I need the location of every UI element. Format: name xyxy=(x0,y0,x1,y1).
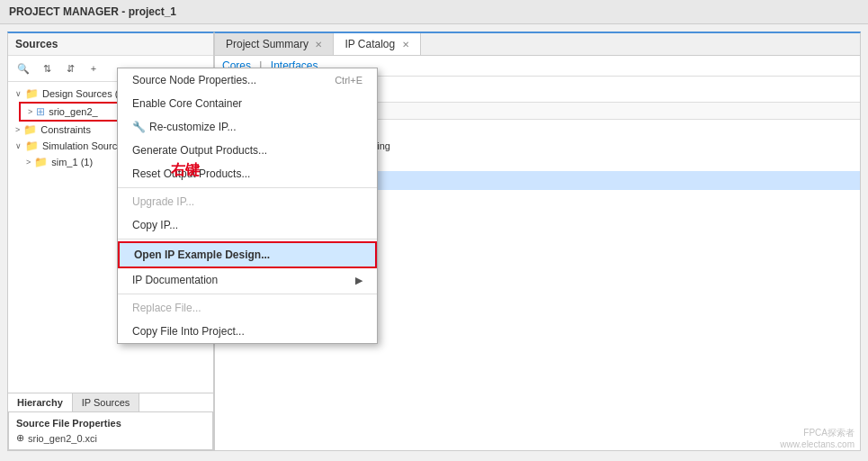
project-title: PROJECT MANAGER - project_1 xyxy=(9,5,176,18)
menu-ip-documentation[interactable]: IP Documentation ▶ xyxy=(118,268,377,292)
tab-label: IP Catalog xyxy=(345,38,395,50)
tree-label: Design Sources ( xyxy=(42,88,118,99)
sort-button-1[interactable]: ⇅ xyxy=(37,59,57,78)
source-file-properties: Source File Properties ⊕ srio_gen2_0.xci xyxy=(8,411,213,450)
menu-label: Enable Core Container xyxy=(132,97,242,110)
tab-hierarchy[interactable]: Hierarchy xyxy=(8,393,73,411)
folder-icon: 📁 xyxy=(25,87,39,100)
watermark-line2: www.electans.com xyxy=(780,439,855,449)
menu-label: Generate Output Products... xyxy=(132,144,267,157)
tab-ip-catalog[interactable]: IP Catalog ✕ xyxy=(334,33,420,55)
menu-label: Copy IP... xyxy=(132,219,178,231)
menu-upgrade-ip: Upgrade IP... xyxy=(118,190,377,213)
tab-ip-sources[interactable]: IP Sources xyxy=(73,393,140,411)
watermark-line1: FPCA探索者 xyxy=(780,427,855,439)
menu-label: Re-customize IP... xyxy=(149,121,236,133)
file-icon: ⊕ xyxy=(16,432,24,444)
menu-label: Open IP Example Design... xyxy=(134,249,270,261)
source-file-item: ⊕ srio_gen2_0.xci xyxy=(16,432,205,444)
arrow-icon: > xyxy=(15,125,20,134)
sort-button-2[interactable]: ⇵ xyxy=(60,59,80,78)
right-tabs: Project Summary ✕ IP Catalog ✕ xyxy=(215,33,860,56)
folder-icon: 📁 xyxy=(34,156,48,168)
file-name: srio_gen2_0.xci xyxy=(28,433,97,444)
context-menu: Source Node Properties... Ctrl+E Enable … xyxy=(117,68,378,344)
menu-reset-output[interactable]: Reset Output Products... xyxy=(118,162,377,185)
arrow-icon: ∨ xyxy=(15,89,22,98)
folder-icon: 📁 xyxy=(23,123,37,136)
menu-label: Replace File... xyxy=(132,302,201,314)
close-icon[interactable]: ✕ xyxy=(402,40,409,50)
sources-panel-title: Sources xyxy=(8,33,213,56)
wrench-icon: 🔧 xyxy=(132,121,146,133)
right-key-label: 右键 xyxy=(171,161,200,180)
watermark: FPCA探索者 www.electans.com xyxy=(780,427,855,449)
arrow-icon: > xyxy=(28,107,32,116)
menu-separator-3 xyxy=(118,294,377,294)
menu-copy-file-into-project[interactable]: Copy File Into Project... xyxy=(118,320,377,343)
menu-label: IP Documentation xyxy=(132,274,218,286)
menu-label: Source Node Properties... xyxy=(132,74,256,86)
menu-separator-1 xyxy=(118,187,377,188)
menu-recustomize-ip[interactable]: 🔧 Re-customize IP... xyxy=(118,115,377,139)
close-icon[interactable]: ✕ xyxy=(315,40,322,50)
menu-label: Upgrade IP... xyxy=(132,195,194,208)
arrow-icon: > xyxy=(26,158,31,167)
tab-project-summary[interactable]: Project Summary ✕ xyxy=(215,33,334,55)
chip-icon: ⊞ xyxy=(36,105,45,118)
tree-label: Simulation Source xyxy=(42,140,122,151)
tab-label: Project Summary xyxy=(226,38,309,50)
folder-icon: 📁 xyxy=(25,140,39,152)
arrow-icon: ∨ xyxy=(15,141,22,150)
tree-label: srio_gen2_ xyxy=(49,106,97,117)
search-button[interactable]: 🔍 xyxy=(13,59,33,78)
submenu-arrow-icon: ▶ xyxy=(355,275,362,286)
shortcut-label: Ctrl+E xyxy=(335,75,362,86)
menu-replace-file: Replace File... xyxy=(118,296,377,320)
bottom-tabs: Hierarchy IP Sources xyxy=(8,393,213,411)
source-props-title: Source File Properties xyxy=(16,418,205,429)
title-bar: PROJECT MANAGER - project_1 xyxy=(0,0,868,24)
menu-enable-core-container[interactable]: Enable Core Container xyxy=(118,92,377,115)
menu-label: Copy File Into Project... xyxy=(132,325,245,338)
menu-copy-ip[interactable]: Copy IP... xyxy=(118,213,377,237)
menu-generate-output[interactable]: Generate Output Products... xyxy=(118,139,377,162)
menu-separator-2 xyxy=(118,239,377,240)
add-button[interactable]: + xyxy=(84,59,103,78)
menu-source-node-properties[interactable]: Source Node Properties... Ctrl+E xyxy=(118,68,377,92)
tree-label: Constraints xyxy=(40,124,91,135)
menu-open-example-design[interactable]: Open IP Example Design... xyxy=(118,241,377,268)
tree-label: sim_1 (1) xyxy=(51,157,93,167)
